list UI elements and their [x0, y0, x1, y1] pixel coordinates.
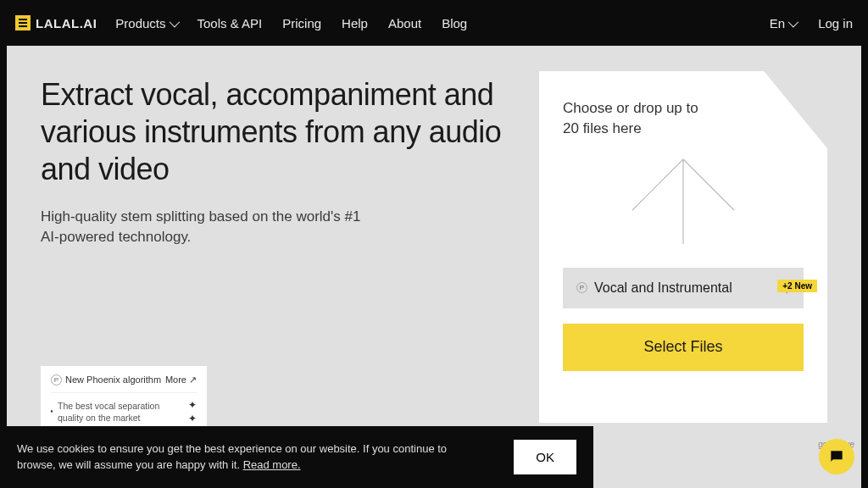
- promo-title: P New Phoenix algorithm: [51, 374, 161, 385]
- hero-headline: Extract vocal, accompaniment and various…: [41, 76, 514, 188]
- language-label: En: [770, 16, 785, 30]
- dropdown-label: P Vocal and Instrumental: [576, 280, 732, 296]
- stem-type-dropdown[interactable]: P Vocal and Instrumental: [563, 268, 804, 308]
- promo-header: P New Phoenix algorithm More ↗: [51, 374, 197, 385]
- promo-title-text: New Phoenix algorithm: [65, 374, 161, 385]
- sparkles-icon: ✦✦: [188, 398, 197, 425]
- main-nav: Products Tools & API Pricing Help About …: [115, 16, 750, 30]
- language-selector[interactable]: En: [770, 16, 796, 30]
- upload-arrow-icon: [624, 151, 743, 244]
- chevron-down-icon: [169, 16, 180, 27]
- logo-text: LALAL.AI: [36, 16, 97, 30]
- chat-icon: [828, 448, 845, 465]
- nav-products[interactable]: Products: [115, 16, 176, 30]
- new-badge: +2 New: [777, 280, 817, 292]
- logo[interactable]: LALAL.AI: [15, 15, 97, 30]
- promo-more-link[interactable]: More ↗: [165, 374, 197, 385]
- main-content: Extract vocal, accompaniment and various…: [7, 46, 861, 488]
- dropdown-text: Vocal and Instrumental: [594, 280, 732, 296]
- phoenix-icon: P: [51, 374, 62, 385]
- cookie-banner: We use cookies to ensure you get the bes…: [0, 426, 593, 488]
- promo-body: The best vocal separation quality on the…: [51, 392, 197, 425]
- chat-widget-button[interactable]: [819, 439, 854, 474]
- chevron-down-icon: [788, 16, 799, 27]
- nav-blog[interactable]: Blog: [442, 16, 467, 30]
- nav-pricing[interactable]: Pricing: [282, 16, 321, 30]
- cookie-ok-button[interactable]: OK: [514, 440, 576, 474]
- cookie-message: We use cookies to ensure you get the bes…: [17, 442, 447, 471]
- nav-help[interactable]: Help: [342, 16, 368, 30]
- drop-instructions: Choose or drop up to 20 files here: [563, 98, 707, 139]
- phoenix-icon: P: [576, 282, 587, 293]
- bullet-icon: [51, 410, 53, 413]
- file-drop-zone[interactable]: Choose or drop up to 20 files here +2 Ne…: [539, 71, 827, 423]
- promo-card[interactable]: P New Phoenix algorithm More ↗ The best …: [41, 366, 207, 434]
- logo-icon: [15, 15, 31, 30]
- cookie-read-more-link[interactable]: Read more.: [243, 458, 301, 471]
- cookie-text: We use cookies to ensure you get the bes…: [17, 441, 458, 474]
- nav-about[interactable]: About: [388, 16, 421, 30]
- nav-tools[interactable]: Tools & API: [198, 16, 263, 30]
- nav-right: En Log in: [770, 16, 853, 30]
- select-files-button[interactable]: Select Files: [563, 324, 804, 371]
- promo-body-text: The best vocal separation quality on the…: [58, 400, 183, 424]
- hero-subheadline: High-quality stem splitting based on the…: [41, 207, 363, 248]
- login-link[interactable]: Log in: [818, 16, 853, 30]
- top-header: LALAL.AI Products Tools & API Pricing He…: [0, 0, 868, 46]
- nav-products-label: Products: [115, 16, 165, 30]
